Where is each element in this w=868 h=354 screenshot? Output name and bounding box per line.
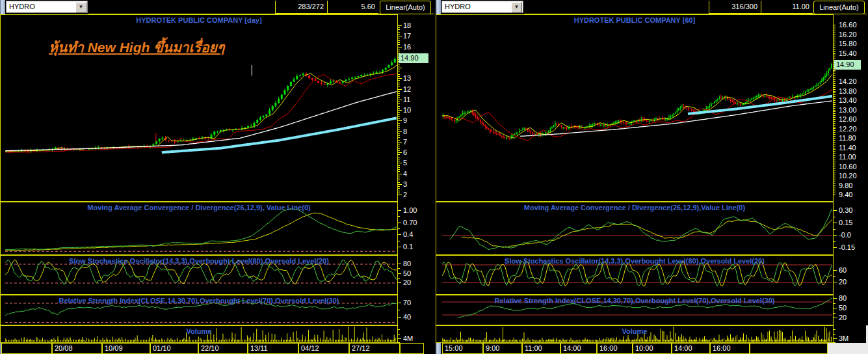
price-axis-label: 4 [403,170,407,178]
stoch-pane[interactable]: Slow Stochastics Oscillator(14,3,3),Over… [0,255,398,295]
date-axis-box: 11:00 [522,343,560,354]
price-axis-label: 6 [403,149,407,156]
date-axis-label: 16:00 [599,344,618,352]
price-axis-label: 11.80 [839,135,856,142]
price-axis-label: 16.60 [839,21,857,29]
volume-pane-axis[interactable]: 4M [398,325,436,343]
main-chart-pane-axis[interactable]: 16.6016.2015.8015.4015.0014.2013.8013.40… [834,14,868,202]
price-axis-label: 15.40 [839,50,857,57]
price-axis-label: 11 [403,96,410,103]
range-stat-cell: 283/272 [275,1,327,14]
rsi-pane[interactable]: Relative Strength Index(CLOSE,14,30,70),… [0,295,398,325]
macd-axis-label: -0.0 [839,232,851,239]
rsi-pane[interactable]: Relative Strength Index(CLOSE,14,30,70),… [436,295,834,325]
new-high-annotation: หุ้นทำ New High ขึ้นมาเรื่อยๆ [49,36,224,58]
macd-pane-axis[interactable]: 1.000.700.40.1 [398,202,436,255]
stoch-axis-label: 50 [403,270,411,277]
price-axis-label: 8 [403,128,407,135]
stoch-pane[interactable]: Slow Stochastics Oscillator(14,3,3),Over… [436,255,834,295]
date-axis-label: 15:00 [445,344,463,352]
date-axis-label: 14:00 [674,344,692,352]
date-axis-label: 16:00 [713,344,731,352]
price-axis-label: 9.40 [839,191,852,198]
volume-axis-label: 4M [403,335,413,342]
volume-pane[interactable]: Volume [0,325,398,343]
volume-pane[interactable]: Volume [436,325,834,343]
scale-mode-button[interactable]: Linear(Auto) [380,1,431,14]
date-axis-box: 15:00 [442,343,483,354]
stoch-axis-label: 20 [403,279,411,286]
date-axis-box: 13/11 [248,343,298,354]
hydro-60min-window: HYDRO▼316/30011.00Linear(Auto)HYDROTEK P… [436,0,868,354]
price-axis-label: 10.60 [839,163,857,170]
chevron-down-icon[interactable]: ▼ [75,2,86,13]
date-axis-label: 20/08 [55,344,73,352]
window-corner [828,343,868,354]
date-axis-label: 10:00 [635,344,653,352]
trading-app-screen: HYDRO▼283/2725.60Linear(Auto)HYDROTEK PU… [0,0,868,354]
price-axis-label: 18 [403,22,411,29]
price-axis-label: 7 [403,139,407,146]
date-axis-box: 01/10 [150,343,198,354]
date-axis-label: 13/11 [250,344,268,352]
price-axis-label: 17 [403,33,411,40]
macd-pane[interactable]: Moving Average Convergence / Divergence(… [436,202,834,255]
symbol-combobox-value: HYDRO [9,3,35,10]
date-axis-box [400,343,424,354]
date-axis-label: 14:00 [563,344,581,352]
price-axis-label: 10.20 [839,172,857,180]
stoch-axis-label: 80 [403,260,411,267]
date-axis-box: 16:00 [597,343,633,354]
macd-axis-label: 1.00 [403,207,417,214]
symbol-combobox-value: HYDRO [445,3,471,10]
rsi-axis-label: 20 [839,314,847,321]
date-axis-box: 16:00 [710,343,750,354]
rsi-axis-label: 40 [403,314,411,321]
rsi-axis-label: 70 [403,299,411,306]
date-axis-label: 04/12 [301,344,319,352]
price-axis-label: 16.20 [839,31,857,38]
rsi-pane-axis[interactable]: 805020 [834,295,868,325]
stoch-pane-axis[interactable]: 805020 [398,255,436,295]
price-axis-label: 2 [403,191,407,198]
macd-axis-label: 0.1 [403,243,413,251]
rsi-axis-label: 50 [839,305,847,312]
date-axis-box: 22/10 [198,343,248,354]
date-axis-label: 9:00 [486,344,499,352]
chevron-down-icon[interactable]: ▼ [511,2,522,13]
date-axis-box: 14:00 [560,343,597,354]
price-axis-label: 12 [403,86,411,93]
range-stat-cell: 316/300 [709,1,761,14]
date-axis-box [750,343,828,354]
scale-mode-button[interactable]: Linear(Auto) [813,1,865,14]
symbol-combobox[interactable]: HYDRO▼ [441,1,523,13]
date-axis-label: 01/10 [153,344,171,352]
rsi-pane-axis[interactable]: 7040 [398,295,436,325]
price-axis-label: 5 [403,159,407,167]
date-axis-label: 27/12 [352,344,370,352]
price-axis-label: 13.80 [839,88,857,95]
symbol-combobox[interactable]: HYDRO▼ [6,1,88,13]
date-axis-label: 22/10 [201,344,219,352]
macd-pane[interactable]: Moving Average Convergence / Divergence(… [0,202,398,255]
price-axis-label: 11.40 [839,144,856,152]
price-axis-label: 9.80 [839,182,852,189]
price-axis-label: 9 [403,117,407,124]
main-chart-pane[interactable]: HYDROTEK PUBLIC COMPANY [60] [436,14,834,202]
macd-axis-label: -0.15 [839,244,855,251]
price-stat-cell: 5.60 [327,1,378,14]
price-axis-label: 3 [403,181,407,188]
stoch-pane-axis[interactable]: 6020 [834,255,868,295]
last-price-badge: 14.90 [399,53,428,63]
price-axis-label: 12.20 [839,126,857,133]
date-axis-box: 04/12 [298,343,349,354]
volume-pane-axis[interactable]: 3M [834,325,868,343]
main-chart-pane-axis[interactable]: 181716151312111098765432 [398,14,436,202]
date-axis-box: 20/08 [52,343,102,354]
macd-pane-axis[interactable]: 0.300.15-0.0-0.15 [834,202,868,255]
price-axis-label: 10 [403,107,411,114]
date-axis-label: 10/09 [105,344,123,352]
macd-axis-label: 0.30 [839,207,852,214]
date-axis-box: 27/12 [349,343,400,354]
date-axis-box: 10/09 [102,343,150,354]
